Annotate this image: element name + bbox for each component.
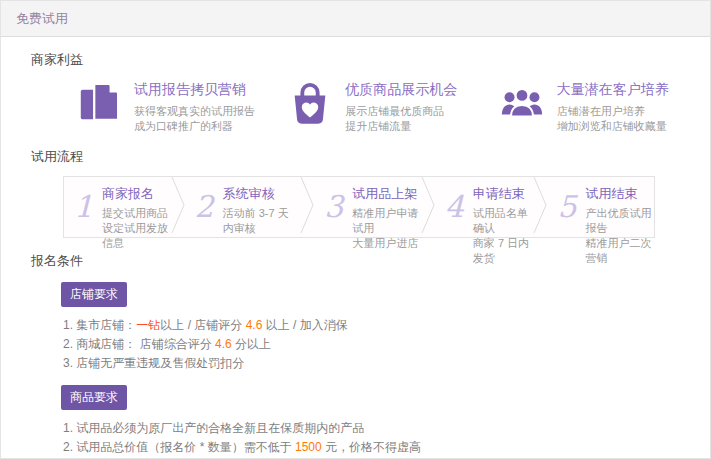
benefit-text: 试用报告拷贝营销 获得客观真实的试用报告 成为口碑推广的利器 [134,81,255,134]
benefit-desc-line: 获得客观真实的试用报告 [134,104,255,119]
benefit-copy-marketing: 试用报告拷贝营销 获得客观真实的试用报告 成为口碑推广的利器 [76,81,279,134]
rule-highlight: 一钻 [136,318,160,332]
rule-text: 以上 / 店铺评分 [160,318,245,332]
benefit-desc-line: 提升店铺流量 [345,119,457,134]
shop-rules-list: 1. 集市店铺：一钻以上 / 店铺评分 4.6 以上 / 加入消保 2. 商城店… [63,316,710,373]
benefit-title: 试用报告拷贝营销 [134,81,255,99]
step-desc-line: 商家 7 日内发货 [473,236,532,266]
page-title: 免费试用 [16,10,68,28]
chevron-right-separator [171,176,185,238]
flow-step-3: 3 试用品上架 精准用户申请试用 大量用户进店 [314,177,421,237]
flow-step-5: 5 试用结束 产出优质试用报告 精准用户二次营销 [547,177,654,237]
benefit-text: 大量潜在客户培养 店铺潜在用户培养 增加浏览和店铺收藏量 [557,81,669,134]
benefits-heading: 商家利益 [31,51,710,69]
step-desc-line: 试用品名单确认 [473,206,532,236]
benefits-row: 试用报告拷贝营销 获得客观真实的试用报告 成为口碑推广的利器 优质商品展示机会 … [76,81,710,134]
rule-text: 1. 集市店铺： [63,318,136,332]
rule-highlight: 4.6 [215,337,232,351]
process-flow: 1 商家报名 提交试用商品 设定试用发放信息 2 系统审核 活动前 3-7 天内… [63,176,655,238]
step-text: 试用品上架 精准用户申请试用 大量用户进店 [352,185,419,231]
step-desc-line: 提交试用商品 [102,206,169,221]
step-text: 商家报名 提交试用商品 设定试用发放信息 [102,185,169,231]
product-requirements-badge: 商品要求 [61,385,127,410]
flow-step-1: 1 商家报名 提交试用商品 设定试用发放信息 [64,177,171,237]
step-number: 4 [445,185,464,231]
benefit-desc-line: 增加浏览和店铺收藏量 [557,119,669,134]
rule-highlight: 1500 [295,440,322,454]
step-text: 试用结束 产出优质试用报告 精准用户二次营销 [586,185,653,231]
step-desc-line: 设定试用发放信息 [102,221,169,251]
bag-heart-icon [287,81,333,127]
shop-rule-3: 3. 店铺无严重违规及售假处罚扣分 [63,354,683,373]
process-heading: 试用流程 [31,148,710,166]
benefit-customer-growth: 大量潜在客户培养 店铺潜在用户培养 增加浏览和店铺收藏量 [499,81,702,134]
chevron-right-separator [533,176,547,238]
benefit-title: 优质商品展示机会 [345,81,457,99]
step-title: 试用结束 [586,185,653,203]
step-number: 5 [557,185,576,231]
benefit-desc-line: 店铺潜在用户培养 [557,104,669,119]
chevron-right-separator [421,176,435,238]
step-title: 申请结束 [473,185,532,203]
step-number: 3 [324,185,343,231]
product-rule-1: 1. 试用品必须为原厂出产的合格全新且在保质期内的产品 [63,419,683,438]
step-text: 申请结束 试用品名单确认 商家 7 日内发货 [473,185,532,231]
rule-text: 2. 试用品总价值（报名价 * 数量）需不低于 [63,440,295,454]
chevron-right-separator [300,176,314,238]
rule-text: 2. 商城店铺： 店铺综合评分 [63,337,215,351]
rule-text: 元，价格不得虚高 [322,440,421,454]
benefit-text: 优质商品展示机会 展示店铺最优质商品 提升店铺流量 [345,81,457,134]
benefit-product-display: 优质商品展示机会 展示店铺最优质商品 提升店铺流量 [287,81,490,134]
copy-report-icon [76,81,122,127]
shop-requirements-badge: 店铺要求 [61,282,127,307]
step-desc-line: 大量用户进店 [352,236,419,251]
step-text: 系统审核 活动前 3-7 天内审核 [223,185,298,231]
benefit-desc-line: 成为口碑推广的利器 [134,119,255,134]
step-desc-line: 精准用户申请试用 [352,206,419,236]
flow-step-4: 4 申请结束 试用品名单确认 商家 7 日内发货 [435,177,534,237]
step-title: 试用品上架 [352,185,419,203]
rule-text: 以上 / 加入消保 [262,318,347,332]
benefit-desc-line: 展示店铺最优质商品 [345,104,457,119]
step-number: 1 [74,185,93,231]
step-title: 商家报名 [102,185,169,203]
step-desc-line: 精准用户二次营销 [586,236,653,266]
free-trial-page: 免费试用 商家利益 试用报告拷贝营销 获得客观真实的试用报告 成为口碑推广的利器 [0,0,711,459]
people-group-icon [499,81,545,127]
shop-rule-1: 1. 集市店铺：一钻以上 / 店铺评分 4.6 以上 / 加入消保 [63,316,683,335]
step-desc-line: 产出优质试用报告 [586,206,653,236]
product-rule-2: 2. 试用品总价值（报名价 * 数量）需不低于 1500 元，价格不得虚高 [63,438,683,457]
page-header: 免费试用 [1,1,710,37]
step-desc-line: 活动前 3-7 天内审核 [223,206,298,236]
shop-rule-2: 2. 商城店铺： 店铺综合评分 4.6 分以上 [63,335,683,354]
step-number: 2 [195,185,214,231]
flow-step-2: 2 系统审核 活动前 3-7 天内审核 [185,177,301,237]
product-rules-list: 1. 试用品必须为原厂出产的合格全新且在保质期内的产品 2. 试用品总价值（报名… [63,419,710,459]
rule-highlight: 4.6 [246,318,263,332]
rule-text: 分以上 [232,337,271,351]
benefit-title: 大量潜在客户培养 [557,81,669,99]
step-title: 系统审核 [223,185,298,203]
